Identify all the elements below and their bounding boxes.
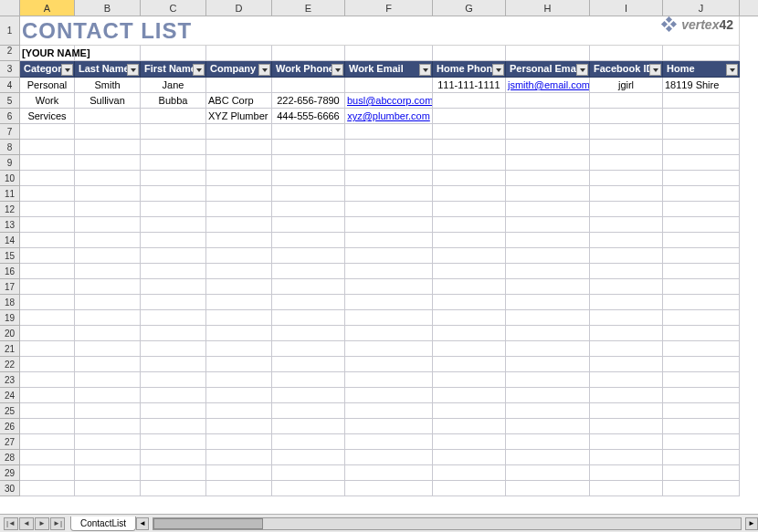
empty-cell[interactable] [141, 310, 206, 326]
data-cell[interactable]: 222-656-7890 [272, 93, 345, 109]
empty-cell[interactable] [506, 465, 590, 481]
row-header[interactable]: 11 [0, 186, 20, 202]
empty-cell[interactable] [206, 264, 272, 279]
column-header-J[interactable]: J [663, 0, 740, 16]
empty-cell[interactable] [663, 388, 740, 403]
empty-cell[interactable] [206, 481, 272, 496]
empty-cell[interactable] [506, 372, 590, 388]
empty-cell[interactable] [20, 419, 75, 434]
empty-cell[interactable] [141, 295, 206, 310]
empty-cell[interactable] [663, 202, 740, 217]
cell[interactable] [506, 46, 590, 61]
empty-cell[interactable] [20, 295, 75, 310]
empty-cell[interactable] [141, 388, 206, 403]
empty-cell[interactable] [506, 279, 590, 295]
row-header[interactable]: 6 [0, 109, 20, 124]
empty-cell[interactable] [206, 326, 272, 341]
empty-cell[interactable] [345, 465, 433, 481]
row-header[interactable]: 10 [0, 171, 20, 186]
empty-cell[interactable] [663, 481, 740, 496]
empty-cell[interactable] [663, 124, 740, 140]
data-cell[interactable]: Work [20, 93, 75, 109]
empty-cell[interactable] [506, 357, 590, 372]
row-header[interactable]: 3 [0, 61, 20, 78]
empty-cell[interactable] [206, 140, 272, 155]
empty-cell[interactable] [345, 357, 433, 372]
empty-cell[interactable] [433, 450, 506, 465]
empty-cell[interactable] [590, 264, 663, 279]
empty-cell[interactable] [141, 481, 206, 496]
empty-cell[interactable] [272, 310, 345, 326]
empty-cell[interactable] [663, 326, 740, 341]
filter-dropdown-button[interactable] [492, 64, 504, 76]
cell[interactable] [345, 46, 433, 61]
data-cell[interactable] [345, 78, 433, 93]
empty-cell[interactable] [20, 217, 75, 233]
empty-cell[interactable] [272, 341, 345, 357]
empty-cell[interactable] [206, 202, 272, 217]
empty-cell[interactable] [345, 481, 433, 496]
empty-cell[interactable] [345, 140, 433, 155]
empty-cell[interactable] [506, 155, 590, 171]
empty-cell[interactable] [20, 326, 75, 341]
empty-cell[interactable] [206, 248, 272, 264]
row-header[interactable]: 18 [0, 295, 20, 310]
row-header[interactable]: 14 [0, 233, 20, 248]
table-header-work-email[interactable]: Work Email [345, 61, 433, 78]
nav-first-button[interactable]: |◄ [4, 517, 18, 530]
empty-cell[interactable] [590, 202, 663, 217]
empty-cell[interactable] [20, 357, 75, 372]
email-link[interactable]: busl@abccorp.com [347, 95, 433, 106]
empty-cell[interactable] [506, 310, 590, 326]
empty-cell[interactable] [433, 186, 506, 202]
empty-cell[interactable] [272, 279, 345, 295]
empty-cell[interactable] [206, 465, 272, 481]
data-cell[interactable] [590, 93, 663, 109]
row-header[interactable]: 16 [0, 264, 20, 279]
empty-cell[interactable] [506, 202, 590, 217]
data-cell[interactable]: Personal [20, 78, 75, 93]
table-header-first-name[interactable]: First Name [141, 61, 206, 78]
empty-cell[interactable] [433, 202, 506, 217]
empty-cell[interactable] [590, 419, 663, 434]
empty-cell[interactable] [663, 186, 740, 202]
empty-cell[interactable] [506, 341, 590, 357]
empty-cell[interactable] [433, 465, 506, 481]
empty-cell[interactable] [206, 341, 272, 357]
column-header-F[interactable]: F [345, 0, 433, 16]
row-header[interactable]: 29 [0, 465, 20, 481]
empty-cell[interactable] [272, 419, 345, 434]
cell[interactable] [663, 46, 740, 61]
data-cell[interactable]: jsmith@email.com [506, 78, 590, 93]
title-cell[interactable]: CONTACT LISTvertex42 [20, 16, 740, 46]
column-header-E[interactable]: E [272, 0, 345, 16]
empty-cell[interactable] [345, 233, 433, 248]
empty-cell[interactable] [141, 434, 206, 450]
row-header[interactable]: 28 [0, 450, 20, 465]
empty-cell[interactable] [75, 279, 141, 295]
empty-cell[interactable] [663, 295, 740, 310]
table-header-home-phone[interactable]: Home Phone [433, 61, 506, 78]
empty-cell[interactable] [506, 388, 590, 403]
data-cell[interactable] [433, 109, 506, 124]
empty-cell[interactable] [206, 124, 272, 140]
empty-cell[interactable] [272, 217, 345, 233]
empty-cell[interactable] [272, 372, 345, 388]
data-cell[interactable]: 18119 Shire [663, 78, 740, 93]
empty-cell[interactable] [272, 481, 345, 496]
empty-cell[interactable] [20, 140, 75, 155]
empty-cell[interactable] [75, 186, 141, 202]
cell[interactable] [433, 46, 506, 61]
empty-cell[interactable] [506, 450, 590, 465]
empty-cell[interactable] [141, 372, 206, 388]
empty-cell[interactable] [75, 171, 141, 186]
column-header-H[interactable]: H [506, 0, 590, 16]
empty-cell[interactable] [433, 140, 506, 155]
empty-cell[interactable] [75, 295, 141, 310]
empty-cell[interactable] [506, 186, 590, 202]
empty-cell[interactable] [206, 310, 272, 326]
empty-cell[interactable] [272, 465, 345, 481]
filter-dropdown-button[interactable] [332, 64, 343, 76]
empty-cell[interactable] [433, 341, 506, 357]
empty-cell[interactable] [590, 186, 663, 202]
